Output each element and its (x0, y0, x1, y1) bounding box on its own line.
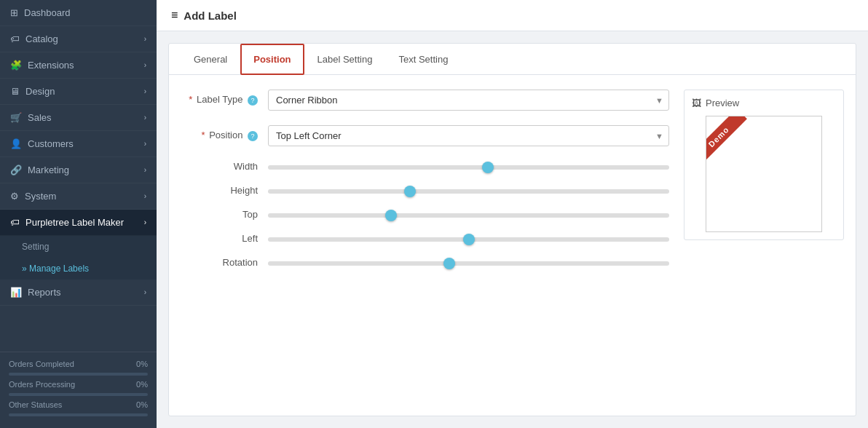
preview-title: 🖼 Preview (692, 98, 836, 108)
sidebar-item-marketing[interactable]: 🔗 Marketing › (0, 157, 157, 183)
rotation-label: Rotation (181, 257, 268, 268)
preview-panel: 🖼 Preview Demo (684, 90, 844, 281)
height-slider[interactable] (268, 189, 669, 194)
sidebar-item-sales[interactable]: 🛒 Sales › (0, 105, 157, 131)
chevron-right-icon: › (144, 288, 146, 296)
sidebar-stats: Orders Completed 0% Orders Processing 0%… (0, 352, 157, 428)
chevron-right-icon: › (144, 166, 146, 174)
tab-label-setting[interactable]: Label Setting (304, 44, 386, 75)
label-type-control: Corner Ribbon Rectangle Circle Custom ▼ (268, 90, 669, 111)
tab-text-setting[interactable]: Text Setting (385, 44, 461, 75)
stat-row-other: Other Statuses 0% (9, 400, 148, 409)
sidebar-item-purpletree[interactable]: 🏷 Purpletree Label Maker › (0, 210, 157, 236)
label-type-select[interactable]: Corner Ribbon Rectangle Circle Custom (268, 90, 669, 111)
label-type-row: * Label Type ? Corner Ribbon Rectangle C… (181, 90, 669, 111)
height-slider-wrap (268, 185, 669, 196)
stat-bar-other-bg (9, 413, 148, 416)
sidebar-item-catalog[interactable]: 🏷 Catalog › (0, 26, 157, 52)
form-area: * Label Type ? Corner Ribbon Rectangle C… (169, 75, 856, 296)
ribbon-demo: Demo (706, 116, 747, 165)
position-select-wrap: Top Left Corner Top Right Corner Bottom … (268, 125, 669, 146)
tag-icon: 🏷 (10, 33, 20, 44)
top-slider[interactable] (268, 213, 669, 218)
list-icon: ≡ (171, 9, 178, 22)
stat-processing-value: 0% (136, 380, 148, 389)
sidebar-label-reports: Reports (28, 287, 61, 298)
sidebar-label-sales: Sales (28, 112, 52, 123)
sidebar-label-customers: Customers (28, 138, 74, 149)
preview-box: 🖼 Preview Demo (684, 90, 844, 240)
stat-row-processing: Orders Processing 0% (9, 380, 148, 389)
sidebar-item-system[interactable]: ⚙ System › (0, 183, 157, 210)
stat-row-completed: Orders Completed 0% (9, 360, 148, 368)
stat-completed-label: Orders Completed (9, 360, 74, 368)
left-label: Left (181, 233, 268, 244)
preview-canvas: Demo (706, 116, 822, 232)
rotation-row: Rotation (181, 257, 669, 268)
label-icon: 🏷 (10, 217, 20, 228)
sidebar: ⊞ Dashboard 🏷 Catalog › 🧩 Extensions › 🖥… (0, 0, 157, 428)
image-icon: 🖼 (692, 98, 701, 108)
sidebar-subitem-manage-labels[interactable]: Manage Labels (0, 258, 157, 280)
chevron-right-icon: › (144, 218, 146, 226)
stat-processing-label: Orders Processing (9, 380, 75, 389)
left-slider[interactable] (268, 237, 669, 242)
page-header: ≡ Add Label (157, 0, 868, 31)
width-row: Width (181, 161, 669, 172)
label-type-select-wrap: Corner Ribbon Rectangle Circle Custom ▼ (268, 90, 669, 111)
page-title: Add Label (184, 9, 237, 22)
sidebar-submenu-purpletree: Setting Manage Labels (0, 236, 157, 280)
share-icon: 🔗 (10, 165, 22, 175)
height-row: Height (181, 185, 669, 196)
label-type-help-icon[interactable]: ? (248, 95, 258, 106)
dashboard-label: Dashboard (24, 7, 71, 18)
sub-manage-label: Manage Labels (29, 263, 89, 274)
stat-completed-value: 0% (136, 360, 148, 368)
monitor-icon: 🖥 (10, 86, 20, 97)
left-slider-wrap (268, 233, 669, 244)
stat-other-value: 0% (136, 400, 148, 409)
chevron-right-icon: › (144, 61, 146, 69)
position-help-icon[interactable]: ? (248, 131, 258, 141)
width-label: Width (181, 161, 268, 172)
position-label: * Position ? (181, 125, 268, 141)
stat-other-label: Other Statuses (9, 400, 62, 409)
cart-icon: 🛒 (10, 112, 22, 123)
chevron-right-icon: › (144, 192, 146, 200)
gear-icon: ⚙ (10, 191, 19, 202)
rotation-slider[interactable] (268, 261, 669, 266)
chevron-right-icon: › (144, 140, 146, 148)
sidebar-label-marketing: Marketing (28, 165, 69, 175)
sidebar-item-design[interactable]: 🖥 Design › (0, 79, 157, 105)
sidebar-label-purpletree: Purpletree Label Maker (25, 217, 124, 228)
sidebar-item-reports[interactable]: 📊 Reports › (0, 280, 157, 306)
sub-setting-label: Setting (22, 242, 49, 252)
sidebar-label-design: Design (25, 86, 55, 97)
content-card: General Position Label Setting Text Sett… (168, 43, 856, 416)
stat-bar-completed-bg (9, 373, 148, 376)
chart-icon: 📊 (10, 287, 22, 298)
sidebar-subitem-setting[interactable]: Setting (0, 236, 157, 258)
chevron-right-icon: › (144, 35, 146, 43)
rotation-slider-wrap (268, 257, 669, 268)
puzzle-icon: 🧩 (10, 60, 22, 71)
sidebar-label-system: System (25, 191, 56, 202)
main-content: ≡ Add Label General Position Label Setti… (157, 0, 868, 428)
chevron-right-icon: › (144, 87, 146, 95)
user-icon: 👤 (10, 138, 22, 149)
position-select[interactable]: Top Left Corner Top Right Corner Bottom … (268, 125, 669, 146)
sidebar-item-dashboard[interactable]: ⊞ Dashboard (0, 0, 157, 26)
tab-general[interactable]: General (181, 44, 240, 75)
width-slider[interactable] (268, 165, 669, 170)
stat-bar-processing-bg (9, 393, 148, 396)
position-row: * Position ? Top Left Corner Top Right C… (181, 125, 669, 146)
left-row: Left (181, 233, 669, 244)
label-type-label: * Label Type ? (181, 90, 268, 106)
sidebar-item-extensions[interactable]: 🧩 Extensions › (0, 52, 157, 79)
tab-position[interactable]: Position (240, 44, 304, 75)
sidebar-label-catalog: Catalog (25, 33, 58, 44)
height-label: Height (181, 185, 268, 196)
sidebar-item-customers[interactable]: 👤 Customers › (0, 131, 157, 157)
grid-icon: ⊞ (10, 7, 18, 18)
top-label: Top (181, 209, 268, 220)
